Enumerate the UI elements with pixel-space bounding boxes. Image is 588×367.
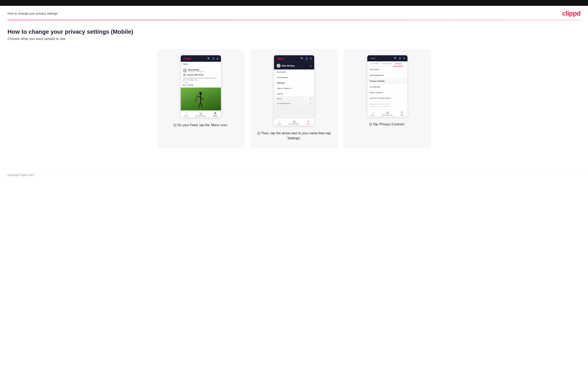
menu-icon3: ☰	[401, 111, 403, 114]
chevron-right-icon3: ›	[404, 80, 405, 82]
nav2-home: ⌂ Home	[277, 120, 282, 125]
page-heading: How to change your privacy settings (Mob…	[8, 28, 580, 35]
performance-icon: 📊	[199, 112, 202, 115]
item-my-golf-bag[interactable]: My Golf Bag ›	[367, 84, 407, 90]
user-icon3: 👤	[398, 57, 401, 60]
lesson-row: Lesson with Fordy	[183, 73, 219, 76]
item-help-support[interactable]: Help & Support ↗	[367, 90, 407, 95]
svg-line-3	[197, 96, 201, 97]
lesson-icon	[183, 73, 186, 76]
phone1-logo: clippd	[183, 57, 191, 60]
chevron-down-icon2: ∨	[310, 102, 311, 105]
home-label2: Home	[277, 123, 282, 125]
post-user-name: Blair McHarg	[188, 69, 204, 71]
user-icon: 👤	[212, 57, 215, 60]
tab-connections[interactable]: Connections	[380, 61, 393, 66]
phone2-icons: 🔍 👤 ⊕	[301, 57, 312, 60]
svg-line-5	[199, 102, 201, 107]
post-user-row: B Blair McHarg Yesterday · Sunningdale	[183, 68, 219, 73]
step-3-caption: 3) Tap 'Privacy Controls'.	[369, 122, 406, 127]
menu-logout[interactable]: Logout	[274, 91, 314, 96]
search-icon2: 🔍	[301, 57, 303, 60]
menu-home-section: Home ∨	[274, 96, 314, 101]
logo: clippd	[562, 9, 580, 17]
tab-my-profile[interactable]: My Profile	[369, 61, 380, 66]
lesson-title: Lesson with Fordy	[187, 74, 203, 76]
golfer-silhouette	[195, 92, 207, 110]
item-privacy-controls[interactable]: Privacy Controls ›	[367, 78, 407, 84]
settings-icon3: ⊕	[403, 57, 405, 60]
step-2-phone: clippd 🔍 👤 ⊕ B Blair McHarg ∧	[274, 55, 314, 126]
step-1-caption: 1) On your Feed, tap the 'Menu' icon.	[173, 123, 228, 128]
privacy-controls-label: Privacy Controls	[370, 80, 385, 82]
menu-icon: ☰	[214, 112, 216, 115]
tab-settings[interactable]: Settings	[393, 61, 403, 66]
golf-image	[181, 88, 221, 110]
chevron-left-icon: ‹	[370, 57, 370, 59]
menu-my-profile[interactable]: My Profile	[274, 69, 314, 75]
svg-point-0	[183, 74, 185, 76]
my-golf-bag-label: My Golf Bag	[370, 86, 380, 88]
search-icon: 🔍	[208, 57, 210, 60]
phone2-bottom-nav: ⌂ Home 📊 My Performance ✕ Menu	[274, 118, 314, 125]
menu-label: Menu	[213, 115, 217, 117]
phone1-navbar: clippd 🔍 👤 ⊕	[181, 55, 221, 62]
version-info: Clippd Client Version: 2022.8.3-3SQL Ser…	[367, 101, 407, 109]
nav3-home: ⌂ Home	[371, 111, 375, 116]
item-data-integrations[interactable]: Data Integrations ›	[367, 72, 407, 78]
menu-label3: Menu	[400, 114, 404, 116]
duration-label: Duration	[183, 82, 219, 83]
menu-label2: Menu	[307, 123, 311, 125]
phone2-navbar: clippd 🔍 👤 ⊕	[274, 55, 314, 62]
phone3-tabs: My Profile Connections Settings	[367, 61, 407, 67]
steps-container: clippd 🔍 👤 ⊕ Feed B Blair McHarg	[8, 49, 580, 148]
header-title: How to change your privacy settings	[8, 12, 58, 15]
user-icon2: 👤	[305, 57, 308, 60]
svg-line-7	[196, 96, 197, 100]
lesson-desc: Looking to feel like my hands are exitin…	[183, 77, 219, 81]
close-icon: ✕	[308, 120, 310, 123]
svg-point-1	[199, 92, 202, 95]
step-3-phone: ‹ Back 🔍 👤 ⊕ My Profile Connections Sett…	[367, 55, 408, 117]
phone3-icons: 🔍 👤 ⊕	[394, 57, 405, 60]
post-user-sub: Yesterday · Sunningdale	[188, 71, 204, 72]
phone2-user-header: B Blair McHarg ∧	[274, 62, 314, 69]
performance-label3: My Performance	[382, 114, 393, 116]
menu-help[interactable]: Help & Support ↗	[274, 86, 314, 91]
step-1-card: clippd 🔍 👤 ⊕ Feed B Blair McHarg	[157, 49, 244, 148]
avatar2: B	[277, 64, 281, 68]
nav3-menu: ☰ Menu	[400, 111, 404, 116]
item-my-account[interactable]: My Account ›	[367, 67, 407, 72]
help-support-label: Help & Support ↗	[370, 92, 385, 93]
my-account-label: My Account	[370, 68, 380, 70]
avatar: B	[183, 68, 187, 73]
feed-post: B Blair McHarg Yesterday · Sunningdale L…	[181, 67, 221, 88]
item-service-privacy[interactable]: Service & Privacy Policy ↗	[367, 95, 407, 101]
chevron-right-icon2: ›	[404, 74, 405, 76]
phone2-logo: clippd	[277, 57, 285, 60]
service-privacy-label: Service & Privacy Policy ↗	[370, 97, 392, 99]
performance-label2: My Performance	[289, 123, 299, 125]
duration-val: 01 hr : 30 min	[183, 84, 219, 86]
step-3-card: ‹ Back 🔍 👤 ⊕ My Profile Connections Sett…	[344, 49, 431, 148]
performance-section-label: My Performance	[277, 102, 291, 105]
home-icon: ⌂	[186, 112, 187, 115]
menu-performance-section: My Performance ∨	[274, 101, 314, 106]
chevron-right-icon: ›	[404, 68, 405, 70]
nav-performance: 📊 My Performance	[196, 112, 206, 117]
nav2-close: ✕ Menu	[307, 120, 311, 125]
menu-connections[interactable]: Connections	[274, 75, 314, 80]
home-label: Home	[184, 115, 188, 117]
footer: Copyright Clippd 2022	[0, 169, 588, 181]
main-content: How to change your privacy settings (Mob…	[0, 20, 588, 161]
header: How to change your privacy settings clip…	[0, 6, 588, 20]
home-section-label: Home	[277, 98, 282, 100]
search-icon3: 🔍	[394, 57, 397, 60]
phone2-user-name: Blair McHarg	[282, 65, 295, 67]
nav-menu: ☰ Menu	[213, 112, 217, 117]
chevron-right-icon4: ›	[404, 86, 405, 88]
back-button[interactable]: ‹ Back	[370, 57, 375, 59]
home-icon3: ⌂	[372, 111, 373, 114]
top-bar	[0, 0, 588, 6]
menu-settings[interactable]: Settings	[274, 80, 314, 86]
